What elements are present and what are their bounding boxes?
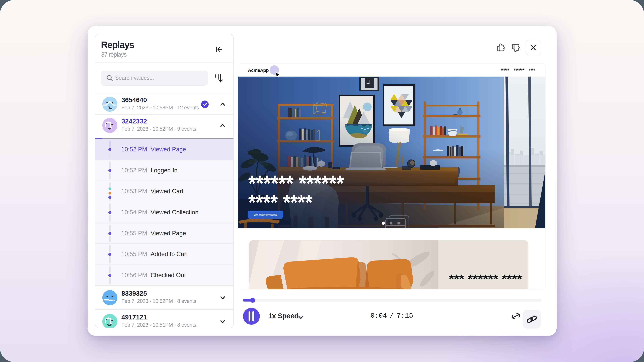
svg-text:*** ****** ****: *** ****** ****	[449, 272, 522, 286]
svg-text:****: ****	[529, 67, 535, 74]
svg-text:******: ******	[500, 67, 509, 74]
svg-text:**** ****** **********: **** ****** **********	[254, 213, 277, 219]
svg-text:*******: *******	[514, 67, 524, 74]
